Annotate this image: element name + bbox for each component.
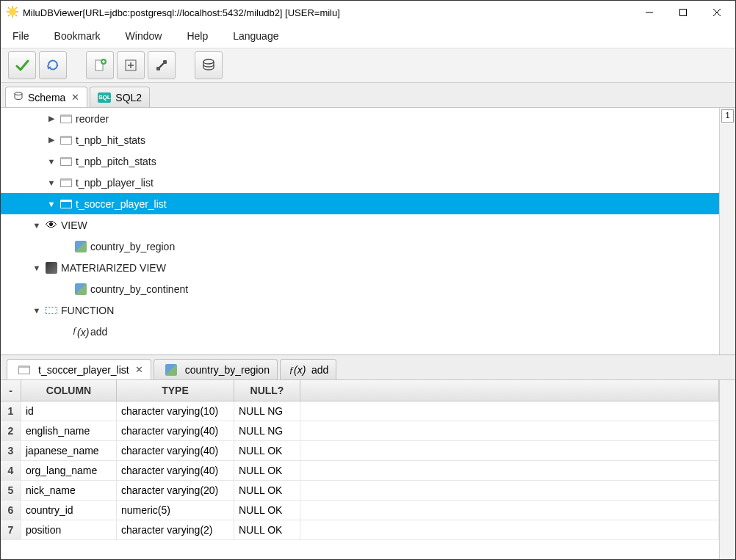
bottom-tabstrip: t_soccer_player_list ✕ country_by_region… xyxy=(1,355,735,380)
row-indicator: 1 xyxy=(721,109,734,123)
new-document-button[interactable] xyxy=(86,51,114,79)
mat-icon xyxy=(45,261,58,274)
right-rail: 1 xyxy=(719,108,735,354)
svg-point-22 xyxy=(203,59,214,64)
table-row[interactable]: 1idcharacter varying(10)NULL NG xyxy=(1,401,719,421)
fx-icon: ƒ(x) xyxy=(291,363,304,377)
cell-type: character varying(20) xyxy=(117,481,234,500)
expand-icon[interactable]: ▼ xyxy=(46,178,57,187)
tab-label: t_soccer_player_list xyxy=(38,364,129,376)
table-icon xyxy=(59,112,73,126)
table-row[interactable]: 3japanese_namecharacter varying(40)NULL … xyxy=(1,441,719,461)
table-row[interactable]: 2english_namecharacter varying(40)NULL N… xyxy=(1,421,719,441)
row-number: 6 xyxy=(1,501,21,520)
cell-column: japanese_name xyxy=(21,441,117,460)
cell-column: position xyxy=(21,520,117,539)
menu-window[interactable]: Window xyxy=(123,29,165,43)
cell-null: NULL NG xyxy=(234,421,300,440)
table-row[interactable]: 5nick_namecharacter varying(20)NULL OK xyxy=(1,481,719,501)
tree-item-function[interactable]: ▼FUNCTION xyxy=(1,299,719,321)
img-icon xyxy=(74,283,87,296)
header-spacer xyxy=(300,380,719,401)
cell-type: character varying(10) xyxy=(117,401,234,421)
header-type[interactable]: TYPE xyxy=(117,380,234,401)
grid-scrollbar[interactable] xyxy=(719,380,735,559)
table-row[interactable]: 7positioncharacter varying(2)NULL OK xyxy=(1,520,719,540)
database-button[interactable] xyxy=(195,51,223,79)
close-button[interactable] xyxy=(700,1,734,23)
cell-null: NULL OK xyxy=(234,441,300,460)
tree-item-label: VIEW xyxy=(61,219,87,231)
row-number: 5 xyxy=(1,481,21,500)
cell-type: character varying(40) xyxy=(117,441,234,460)
expand-icon[interactable]: ▼ xyxy=(46,200,57,208)
maximize-button[interactable] xyxy=(666,1,700,23)
tab-country-by-region[interactable]: country_by_region xyxy=(154,359,278,379)
table-icon xyxy=(18,363,31,377)
scrollbar[interactable] xyxy=(720,124,735,354)
tree-item-country-by-continent[interactable]: country_by_continent xyxy=(1,278,719,299)
header-num[interactable]: - xyxy=(1,380,21,401)
header-null[interactable]: NULL? xyxy=(234,380,300,401)
table-icon xyxy=(59,176,73,189)
menu-file[interactable]: File xyxy=(10,29,32,43)
close-icon[interactable]: ✕ xyxy=(71,92,79,103)
tree-item-t-soccer-player-list[interactable]: ▼t_soccer_player_list xyxy=(1,193,719,214)
tree-item-country-by-region[interactable]: country_by_region xyxy=(1,236,719,257)
titlebar: MiluDBViewer[URL=jdbc:postgresql://local… xyxy=(1,1,735,24)
svg-line-6 xyxy=(15,15,17,16)
object-tree[interactable]: ▶reorder▶t_npb_hit_stats▼t_npb_pitch_sta… xyxy=(1,108,719,354)
window-controls xyxy=(632,1,734,23)
menu-bookmark[interactable]: Bookmark xyxy=(51,29,104,43)
cell-null: NULL OK xyxy=(234,481,300,500)
top-tabstrip: Schema ✕ SQL SQL2 xyxy=(1,83,735,108)
tree-item-t-npb-hit-stats[interactable]: ▶t_npb_hit_stats xyxy=(1,129,719,150)
menu-help[interactable]: Help xyxy=(184,29,211,43)
tab-label: add xyxy=(311,364,328,376)
expand-icon[interactable]: ▼ xyxy=(32,263,42,272)
tree-item-materiarized-view[interactable]: ▼MATERIARIZED VIEW xyxy=(1,257,719,278)
cell-type: character varying(40) xyxy=(117,461,234,480)
tab-sql2[interactable]: SQL SQL2 xyxy=(90,87,150,107)
grid-header: - COLUMN TYPE NULL? xyxy=(1,380,719,401)
expand-icon[interactable]: ▶ xyxy=(46,114,57,123)
tree-item-label: country_by_continent xyxy=(90,283,188,295)
tree-item-t-npb-pitch-stats[interactable]: ▼t_npb_pitch_stats xyxy=(1,150,719,172)
tree-item-t-npb-player-list[interactable]: ▼t_npb_player_list xyxy=(1,172,719,193)
cell-type: character varying(2) xyxy=(117,520,234,539)
table-icon xyxy=(59,155,73,168)
tab-t-soccer-player-list[interactable]: t_soccer_player_list ✕ xyxy=(7,359,151,379)
img-icon xyxy=(74,240,87,253)
tab-schema[interactable]: Schema ✕ xyxy=(5,87,87,107)
expand-icon[interactable]: ▶ xyxy=(46,135,57,145)
connection-button[interactable] xyxy=(148,51,176,79)
svg-point-23 xyxy=(15,92,22,95)
refresh-button[interactable] xyxy=(39,51,67,79)
add-list-button[interactable] xyxy=(117,51,145,79)
svg-rect-21 xyxy=(163,60,167,64)
func-icon xyxy=(45,304,58,317)
tree-item-view[interactable]: ▼👁VIEW xyxy=(1,214,719,236)
tree-item-label: t_npb_pitch_stats xyxy=(76,156,156,167)
expand-icon[interactable]: ▼ xyxy=(32,221,42,230)
svg-line-8 xyxy=(8,15,10,16)
menu-language[interactable]: Language xyxy=(230,29,281,43)
commit-button[interactable] xyxy=(8,51,36,79)
tree-item-add[interactable]: ƒ(x)add xyxy=(1,321,719,342)
tab-add[interactable]: ƒ(x) add xyxy=(280,359,336,379)
sql-icon: SQL xyxy=(98,92,111,103)
tree-item-reorder[interactable]: ▶reorder xyxy=(1,108,719,129)
close-icon[interactable]: ✕ xyxy=(135,364,143,375)
window-title: MiluDBViewer[URL=jdbc:postgresql://local… xyxy=(18,7,632,18)
row-number: 2 xyxy=(1,421,21,440)
table-row[interactable]: 6country_idnumeric(5)NULL OK xyxy=(1,501,719,520)
svg-rect-20 xyxy=(156,67,160,70)
table-row[interactable]: 4org_lang_namecharacter varying(40)NULL … xyxy=(1,461,719,481)
minimize-button[interactable] xyxy=(632,1,666,23)
tab-label: SQL2 xyxy=(115,92,142,103)
expand-icon[interactable]: ▼ xyxy=(32,306,42,315)
toolbar xyxy=(1,48,735,83)
eye-icon: 👁 xyxy=(45,219,58,232)
header-column[interactable]: COLUMN xyxy=(21,380,117,401)
expand-icon[interactable]: ▼ xyxy=(46,157,57,166)
